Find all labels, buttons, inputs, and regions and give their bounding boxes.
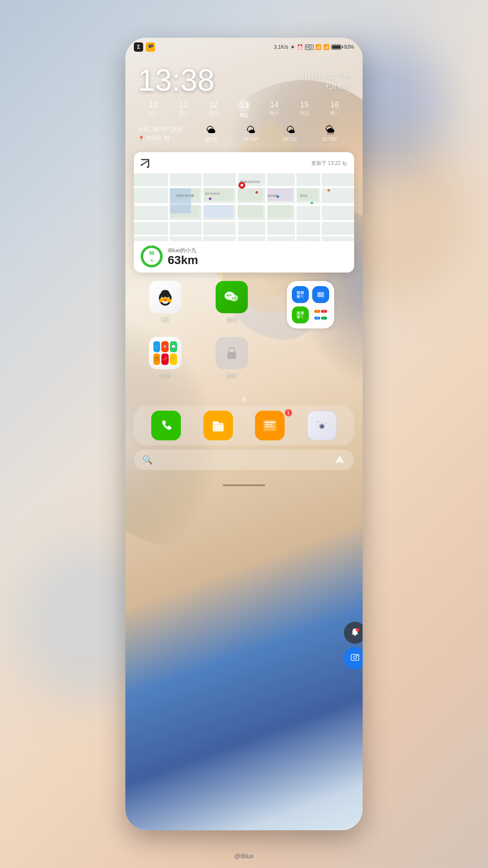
svg-point-47 <box>159 298 163 303</box>
svg-rect-98 <box>265 426 273 427</box>
lockscreen-icon <box>216 337 248 369</box>
search-icon[interactable]: 🔍 <box>142 455 153 465</box>
cal-day-sat6: 14 周六 <box>259 100 289 119</box>
cal-day-tue3: 11 周三 <box>168 100 198 119</box>
svg-rect-96 <box>265 422 275 423</box>
apps-row-1: QQ 微信 <box>134 281 354 328</box>
svg-rect-11 <box>265 173 267 241</box>
svg-point-105 <box>325 422 327 424</box>
map-logo: 刁 <box>141 157 150 170</box>
svg-rect-8 <box>168 173 170 241</box>
svg-rect-12 <box>295 173 297 241</box>
svg-rect-18 <box>238 188 263 201</box>
svg-point-50 <box>163 291 165 294</box>
map-refresh[interactable]: 更新于 13:22 ↻ <box>311 160 347 167</box>
scan-qr-icon: 支 <box>292 286 309 303</box>
map-username: iBlue的小九 <box>168 247 198 254</box>
scan-barcode-icon: 支 <box>312 286 329 303</box>
dock-app-files[interactable] <box>194 411 242 440</box>
svg-rect-69 <box>319 292 319 297</box>
svg-text:微: 微 <box>302 317 304 319</box>
svg-point-54 <box>230 295 238 301</box>
app-changeyong[interactable]: 🐦 🎯 💬 🎵 📌 ✏️ 常用 <box>134 337 196 379</box>
svg-rect-70 <box>319 292 320 297</box>
marquee-badge: 1 <box>285 409 292 417</box>
svg-rect-64 <box>302 295 303 296</box>
battery-indicator: 93% <box>331 44 354 50</box>
date-line2: 七月初六 <box>298 81 350 92</box>
apps-row-2: 🐦 🎯 💬 🎵 📌 ✏️ 常用 <box>134 337 354 388</box>
svg-text:兖州化: 兖州化 <box>300 194 308 197</box>
dock-chevron: ∧ <box>125 392 363 406</box>
map-distance: 63km <box>168 254 198 266</box>
marquee-icon <box>255 411 285 440</box>
svg-point-26 <box>241 184 243 186</box>
weather-info: 北风,1级 空气良好 📍 兖州区 阴 <box>138 125 183 143</box>
svg-rect-94 <box>213 421 219 424</box>
svg-text:惠民电脑科技: 惠民电脑科技 <box>205 192 220 195</box>
map-footer: 99 % iBlue的小九 63km <box>134 241 354 273</box>
svg-rect-19 <box>238 205 263 218</box>
svg-point-108 <box>356 628 359 632</box>
alarm-icon: ⏰ <box>297 44 303 50</box>
dock-app-phone[interactable] <box>142 411 190 440</box>
svg-rect-107 <box>354 634 356 636</box>
status-bar: Σ 🏴 3.1K/s ✶ ⏰ HD 📶 📶 93% <box>125 38 363 56</box>
map-area: 兖州公司大楼 惠民电脑科技 兖州镇北技术协会 参宝健康 兖州化 <box>134 173 354 241</box>
svg-text:参宝健康: 参宝健康 <box>268 194 278 197</box>
svg-point-49 <box>161 290 169 297</box>
app-scan-folder[interactable]: 支 <box>267 281 354 328</box>
svg-point-87 <box>317 310 318 312</box>
svg-rect-63 <box>301 295 302 296</box>
screenshot-button[interactable] <box>344 647 363 669</box>
notification-button[interactable] <box>344 622 363 644</box>
nav-icon-wrap <box>334 454 346 466</box>
svg-rect-58 <box>298 292 299 293</box>
svg-point-27 <box>209 198 211 200</box>
flag-icon: 🏴 <box>146 42 155 52</box>
scan-folder-icon: 支 <box>287 281 334 328</box>
status-left-icons: Σ 🏴 <box>134 42 155 52</box>
svg-rect-17 <box>204 205 233 218</box>
svg-point-46 <box>164 299 167 301</box>
refresh-icon[interactable]: ↻ <box>342 160 347 167</box>
app-lockscreen[interactable]: 锁屏 <box>200 337 263 379</box>
svg-rect-84 <box>301 317 302 317</box>
wechat-label: 微信 <box>227 316 237 323</box>
dock-app-camera[interactable] <box>298 411 346 440</box>
home-nav-icon[interactable] <box>334 454 346 466</box>
cal-day-sun7: 15 周日 <box>289 100 319 119</box>
apps-grid: QQ 微信 <box>125 277 363 392</box>
home-bar-line <box>223 484 265 486</box>
svg-point-31 <box>327 189 330 192</box>
svg-rect-68 <box>318 292 319 297</box>
svg-point-110 <box>354 656 357 659</box>
cal-day-mon1: 16 周一 <box>320 100 350 119</box>
camera-icon <box>307 411 337 440</box>
map-widget[interactable]: 刁 更新于 13:22 ↻ <box>134 152 354 273</box>
dock-row: 1 <box>134 406 354 445</box>
svg-text:兖州镇北技术协会: 兖州镇北技术协会 <box>240 180 260 183</box>
phone-frame: Σ 🏴 3.1K/s ✶ ⏰ HD 📶 📶 93% 13:38 8 <box>125 38 363 830</box>
clock-area: 13:38 8月13日 周五 下午 七月初六 <box>125 56 363 100</box>
svg-rect-88 <box>323 310 325 312</box>
svg-point-106 <box>319 423 325 429</box>
weather-today: 🌥 27°C <box>191 125 231 143</box>
svg-rect-77 <box>298 312 299 314</box>
svg-point-52 <box>227 295 229 296</box>
app-wechat[interactable]: 微信 <box>200 281 263 323</box>
svg-rect-60 <box>302 292 303 293</box>
svg-rect-81 <box>298 316 299 317</box>
signal-icon: 📶 <box>315 44 322 50</box>
dock-app-marquee[interactable]: 1 <box>246 411 294 440</box>
weather-day4: 🌦 21°/32° <box>310 125 350 143</box>
svg-point-56 <box>234 297 235 298</box>
svg-rect-13 <box>320 173 322 241</box>
bluetooth-icon: ✶ <box>290 44 295 50</box>
calendar-strip: 10 周二 11 周三 12 周四 13 周五 14 周六 15 周日 <box>125 100 363 119</box>
clock-date: 8月13日 周五 下午 七月初六 <box>298 65 350 92</box>
map-progress-ring: 99 % <box>141 245 163 267</box>
app-qq[interactable]: QQ <box>134 281 196 322</box>
search-bar[interactable]: 🔍 <box>134 450 354 470</box>
location-info: 📍 兖州区 阴 <box>138 134 183 143</box>
